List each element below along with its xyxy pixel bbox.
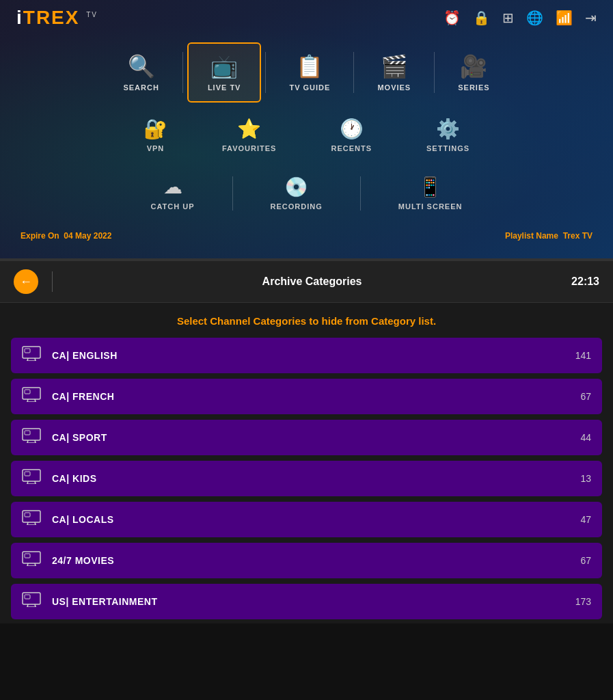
list-item[interactable]: CA| SPORT 44 — [11, 420, 602, 455]
nav-divider-4 — [434, 52, 435, 93]
category-tv-icon — [22, 510, 42, 529]
category-tv-icon — [22, 387, 42, 406]
category-tv-icon — [22, 551, 42, 570]
menu-item-favourites[interactable]: ⭐ FAVOURITES — [195, 111, 303, 159]
menu-label-catch-up: CATCH UP — [151, 202, 195, 211]
list-item[interactable]: CA| FRENCH 67 — [11, 379, 602, 414]
bottom-panel: ← Archive Categories 22:13 Select Channe… — [0, 261, 613, 623]
playlist-info: Playlist Name Trex TV — [505, 231, 592, 241]
nav-item-search[interactable]: 🔍 SEARCH — [104, 44, 178, 101]
category-count: 13 — [571, 473, 591, 484]
nav-label-series: SERIES — [458, 83, 489, 92]
category-tv-icon — [22, 346, 42, 365]
category-name: CA| SPORT — [52, 432, 561, 443]
svg-rect-34 — [25, 595, 30, 599]
archive-subtitle: Select Channel Categories to hide from C… — [0, 303, 613, 334]
category-name: CA| ENGLISH — [52, 350, 561, 361]
recording-icon: 💿 — [284, 176, 308, 198]
menu-item-catch-up[interactable]: ☁ CATCH UP — [113, 169, 232, 217]
list-item[interactable]: CA| LOCALS 47 — [11, 502, 602, 537]
back-button[interactable]: ← — [14, 269, 38, 294]
category-name: CA| KIDS — [52, 473, 561, 484]
search-nav-icon: 🔍 — [128, 53, 155, 79]
category-tv-icon — [22, 428, 42, 447]
category-name: US| ENTERTAINMENT — [52, 596, 561, 607]
category-name: CA| LOCALS — [52, 514, 561, 525]
nav-label-movies: MOVIES — [377, 83, 411, 92]
nav-divider-1 — [182, 52, 183, 93]
expire-info: Expire On 04 May 2022 — [21, 231, 111, 241]
logo-text: iTREX TV — [16, 8, 98, 27]
category-count: 141 — [571, 350, 591, 361]
live-tv-nav-icon: 📺 — [210, 53, 238, 79]
menu-row-1: 🔐 VPN ⭐ FAVOURITES 🕐 RECENTS ⚙️ SETTINGS — [0, 107, 613, 163]
grid-icon[interactable]: ⊞ — [502, 10, 514, 26]
svg-rect-14 — [25, 431, 30, 435]
logo-tv: TV — [86, 11, 98, 18]
header-icons: ⏰ 🔒 ⊞ 🌐 📶 ⇥ — [444, 10, 597, 26]
logout-icon[interactable]: ⇥ — [585, 10, 597, 26]
svg-rect-29 — [25, 554, 30, 558]
wifi-icon[interactable]: 📶 — [556, 10, 573, 26]
multi-screen-icon: 📱 — [418, 176, 442, 198]
nav-item-movies[interactable]: 🎬 MOVIES — [358, 44, 430, 101]
nav-divider-2 — [265, 52, 266, 93]
top-panel: iTREX TV ⏰ 🔒 ⊞ 🌐 📶 ⇥ 🔍 SEARCH 📺 LIVE TV … — [0, 0, 613, 258]
recents-icon: 🕐 — [340, 118, 364, 140]
series-nav-icon: 🎥 — [460, 53, 487, 79]
expire-label: Expire On — [21, 231, 59, 241]
nav-item-series[interactable]: 🎥 SERIES — [439, 44, 508, 101]
playlist-label: Playlist Name — [505, 231, 558, 241]
menu-label-recording: RECORDING — [271, 202, 323, 211]
expire-date: 04 May 2022 — [64, 231, 111, 241]
movies-nav-icon: 🎬 — [381, 53, 408, 79]
current-time: 22:13 — [571, 275, 599, 288]
menu-label-favourites: FAVOURITES — [222, 144, 276, 152]
category-name: CA| FRENCH — [52, 391, 561, 402]
globe-icon[interactable]: 🌐 — [526, 10, 543, 26]
nav-item-live-tv[interactable]: 📺 LIVE TV — [187, 42, 262, 103]
nav-label-search: SEARCH — [123, 83, 159, 92]
menu-item-recording[interactable]: 💿 RECORDING — [233, 169, 360, 217]
catchup-row: ☁ CATCH UP 💿 RECORDING 📱 MULTI SCREEN — [0, 163, 613, 221]
svg-rect-9 — [25, 390, 30, 394]
list-item[interactable]: CA| KIDS 13 — [11, 461, 602, 496]
list-item[interactable]: CA| ENGLISH 141 — [11, 338, 602, 373]
archive-title: Archive Categories — [53, 275, 571, 288]
list-item[interactable]: 24/7 MOVIES 67 — [11, 543, 602, 578]
nav-row: 🔍 SEARCH 📺 LIVE TV 📋 TV GUIDE 🎬 MOVIES 🎥… — [0, 36, 613, 107]
svg-rect-24 — [25, 513, 30, 517]
logo-accent: TREX — [23, 7, 80, 28]
category-count: 47 — [571, 514, 591, 525]
menu-label-multi-screen: MULTI SCREEN — [398, 202, 463, 211]
svg-rect-4 — [25, 349, 30, 353]
header: iTREX TV ⏰ 🔒 ⊞ 🌐 📶 ⇥ — [0, 0, 613, 36]
bottom-header: ← Archive Categories 22:13 — [0, 261, 613, 303]
menu-item-settings[interactable]: ⚙️ SETTINGS — [399, 111, 497, 159]
category-name: 24/7 MOVIES — [52, 555, 561, 566]
category-count: 67 — [571, 391, 591, 402]
category-tv-icon — [22, 469, 42, 488]
nav-label-live-tv: LIVE TV — [208, 83, 241, 92]
tv-guide-nav-icon: 📋 — [296, 53, 323, 79]
category-tv-icon — [22, 592, 42, 611]
category-count: 67 — [571, 555, 591, 566]
menu-item-recents[interactable]: 🕐 RECENTS — [303, 111, 399, 159]
back-arrow-icon: ← — [20, 275, 32, 289]
category-list: CA| ENGLISH 141 CA| FRENCH 67 — [0, 334, 613, 623]
vpn-icon: 🔐 — [144, 118, 167, 140]
menu-label-settings: SETTINGS — [426, 144, 469, 152]
list-item[interactable]: US| ENTERTAINMENT 173 — [11, 584, 602, 619]
menu-label-recents: RECENTS — [331, 144, 372, 152]
favourites-icon: ⭐ — [237, 118, 261, 140]
alarm-icon[interactable]: ⏰ — [444, 10, 461, 26]
menu-item-vpn[interactable]: 🔐 VPN — [116, 111, 195, 159]
nav-item-tv-guide[interactable]: 📋 TV GUIDE — [270, 44, 349, 101]
svg-rect-19 — [25, 472, 30, 476]
footer-info: Expire On 04 May 2022 Playlist Name Trex… — [0, 221, 613, 245]
menu-item-multi-screen[interactable]: 📱 MULTI SCREEN — [361, 169, 500, 217]
lock-icon[interactable]: 🔒 — [473, 10, 490, 26]
menu-label-vpn: VPN — [147, 144, 165, 152]
playlist-name: Trex TV — [563, 231, 592, 241]
category-count: 173 — [571, 596, 591, 607]
